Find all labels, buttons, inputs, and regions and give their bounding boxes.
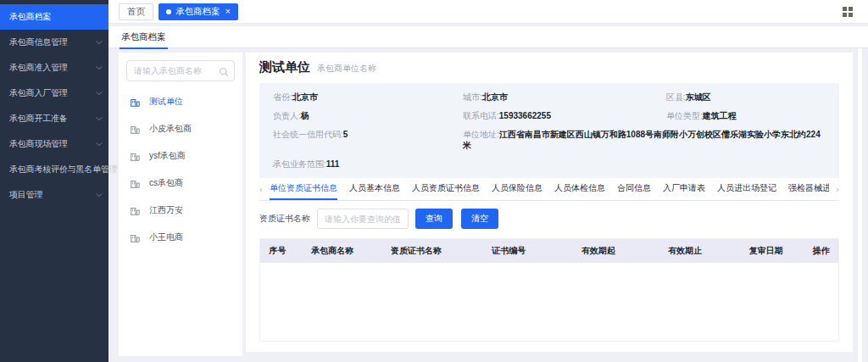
chevron-down-icon <box>96 141 103 148</box>
sidebar-item-label: 项目管理 <box>9 189 42 201</box>
detail-tab-strip: 单位资质证书信息 人员基本信息 人员资质证书信息 人员保险信息 人员体检信息 合… <box>270 178 829 200</box>
vertical-scrollbar[interactable] <box>857 48 863 362</box>
table-body-empty <box>260 263 838 341</box>
company-item[interactable]: ysf承包商 <box>119 142 242 170</box>
info-field-district: 区县:东城区 <box>666 92 826 103</box>
chevron-down-icon <box>96 90 103 97</box>
tag-home[interactable]: 首页 <box>119 3 153 20</box>
certificate-filter-row: 资质证书名称 查询 清空 <box>259 209 839 229</box>
building-icon <box>130 205 140 215</box>
company-name: 小王电商 <box>149 231 183 243</box>
certificate-name-input[interactable] <box>317 209 409 229</box>
company-item[interactable]: cs承包商 <box>119 170 242 197</box>
sidebar-item-contractor-info-mgmt[interactable]: 承包商信息管理 <box>0 30 108 55</box>
chevron-down-icon <box>96 192 103 198</box>
company-name: cs承包商 <box>149 177 183 189</box>
tab-scroll-right-icon[interactable]: › <box>829 178 839 200</box>
sidebar-item-label: 承包商开工准备 <box>9 113 68 125</box>
col-seq: 序号 <box>260 239 295 263</box>
sidebar-item-contractor-evaluation-blacklist[interactable]: 承包商考核评价与黑名单管理 <box>0 157 108 182</box>
sidebar-item-label: 承包商准入管理 <box>9 62 68 74</box>
col-cert-number: 证书编号 <box>463 239 555 263</box>
tab-scroll-left-icon[interactable]: ‹ <box>259 178 270 200</box>
sidebar-item-contractor-work-prep[interactable]: 承包商开工准备 <box>0 106 108 131</box>
company-name: 小皮承包商 <box>149 123 192 135</box>
sidebar-item-contractor-entry-mgmt[interactable]: 承包商入厂管理 <box>0 81 108 106</box>
page-subtitle: 承包商单位名称 <box>317 63 376 75</box>
info-field-unit-type: 单位类型:建筑工程 <box>666 110 826 121</box>
company-name: 测试单位 <box>149 96 183 108</box>
tab-personnel-basic-info[interactable]: 人员基本信息 <box>349 178 400 200</box>
contractor-detail-panel: 测试单位 承包商单位名称 省份:北京市 城市:北京市 区县:东城区 负责人:杨 … <box>246 53 853 352</box>
tag-contractor-archive[interactable]: 承包商档案 × <box>159 3 238 20</box>
info-field-manager: 负责人:杨 <box>273 110 463 121</box>
info-field-city: 城市:北京市 <box>463 92 666 103</box>
building-icon <box>130 124 140 134</box>
building-icon <box>130 97 140 107</box>
qualification-table: 序号 承包商名称 资质证书名称 证书编号 有效期起 有效期止 复审日期 操作 <box>259 238 839 342</box>
company-item[interactable]: 小王电商 <box>119 224 242 251</box>
company-item[interactable]: 江西万安 <box>119 197 242 224</box>
tab-contractor-archive[interactable]: 承包商档案 <box>120 26 168 49</box>
col-review-date: 复审日期 <box>728 239 804 263</box>
sidebar-item-project-mgmt[interactable]: 项目管理 <box>0 182 108 208</box>
info-field-credit-code: 社会统一信用代码:5 <box>273 129 463 151</box>
building-icon <box>130 151 140 161</box>
col-actions: 操作 <box>804 239 838 263</box>
grid-layout-icon[interactable] <box>843 7 854 18</box>
detail-tab-bar: ‹ 单位资质证书信息 人员基本信息 人员资质证书信息 人员保险信息 人员体检信息… <box>259 178 839 201</box>
filter-label: 资质证书名称 <box>259 213 310 225</box>
tag-label: 承包商档案 <box>175 6 220 18</box>
clear-button[interactable]: 清空 <box>461 209 498 229</box>
page-tab-bar: 承包商档案 <box>108 26 868 48</box>
info-field-phone: 联系电话:15933662255 <box>463 110 666 121</box>
search-icon <box>219 65 229 75</box>
contractor-info-panel: 省份:北京市 城市:北京市 区县:东城区 负责人:杨 联系电话:15933662… <box>259 83 839 178</box>
chevron-down-icon <box>96 115 103 122</box>
page-title: 测试单位 <box>259 59 310 75</box>
sidebar-item-label: 承包商入厂管理 <box>9 87 68 99</box>
tab-personnel-insurance[interactable]: 人员保险信息 <box>492 178 542 200</box>
company-item[interactable]: 小皮承包商 <box>119 115 242 142</box>
tab-unit-qualification-cert[interactable]: 单位资质证书信息 <box>270 178 337 200</box>
search-button[interactable]: 查询 <box>415 209 453 229</box>
sidebar-item-label: 承包商档案 <box>9 11 51 23</box>
company-list: 测试单位 小皮承包商 ysf承包商 cs承包商 江西万安 小王电商 <box>119 88 242 251</box>
chevron-down-icon <box>96 64 103 71</box>
active-dot-icon <box>166 9 171 14</box>
info-field-province: 省份:北京市 <box>273 92 463 103</box>
col-cert-name: 资质证书名称 <box>370 239 463 263</box>
tab-personnel-entry-exit-register[interactable]: 人员进出场登记 <box>717 178 776 200</box>
tab-inspected-equipment-register[interactable]: 强检器械进出场登记 <box>788 178 829 200</box>
sidebar-item-contractor-site-mgmt[interactable]: 承包商现场管理 <box>0 131 108 157</box>
tab-personnel-physical-exam[interactable]: 人员体检信息 <box>554 178 605 200</box>
info-field-business-scope: 承包业务范围:111 <box>273 159 826 170</box>
col-contractor-name: 承包商名称 <box>295 239 370 263</box>
building-icon <box>130 178 140 188</box>
company-name: 江西万安 <box>149 204 183 216</box>
company-search <box>126 60 235 81</box>
chevron-down-icon <box>96 39 103 46</box>
sidebar-item-label: 承包商现场管理 <box>9 138 68 150</box>
sidebar-item-contractor-archive[interactable]: 承包商档案 <box>0 4 108 30</box>
sidebar-item-contractor-admission-mgmt[interactable]: 承包商准入管理 <box>0 55 108 81</box>
company-name: ysf承包商 <box>149 150 186 162</box>
col-valid-from: 有效期起 <box>555 239 642 263</box>
chevron-down-icon <box>96 166 103 173</box>
tab-entry-application[interactable]: 入厂申请表 <box>663 178 705 200</box>
sidebar-item-label: 承包商信息管理 <box>9 36 68 48</box>
sidebar: 承包商档案 承包商信息管理 承包商准入管理 承包商入厂管理 承包商开工准备 承包… <box>0 0 108 362</box>
tab-contract-info[interactable]: 合同信息 <box>617 178 651 200</box>
company-item[interactable]: 测试单位 <box>119 88 242 115</box>
info-field-address: 单位地址:江西省南昌市新建区西山镇万和路1088号南师附小万创校区儒乐湖实验小学… <box>463 129 826 151</box>
company-list-panel: 测试单位 小皮承包商 ysf承包商 cs承包商 江西万安 小王电商 <box>119 53 242 356</box>
detail-title-row: 测试单位 承包商单位名称 <box>259 59 839 78</box>
table-header-row: 序号 承包商名称 资质证书名称 证书编号 有效期起 有效期止 复审日期 操作 <box>260 239 838 263</box>
tab-personnel-qualification-cert[interactable]: 人员资质证书信息 <box>412 178 480 200</box>
building-icon <box>130 232 140 242</box>
col-valid-to: 有效期止 <box>642 239 728 263</box>
close-icon[interactable]: × <box>225 7 231 16</box>
tags-bar: 首页 承包商档案 × <box>108 0 868 24</box>
